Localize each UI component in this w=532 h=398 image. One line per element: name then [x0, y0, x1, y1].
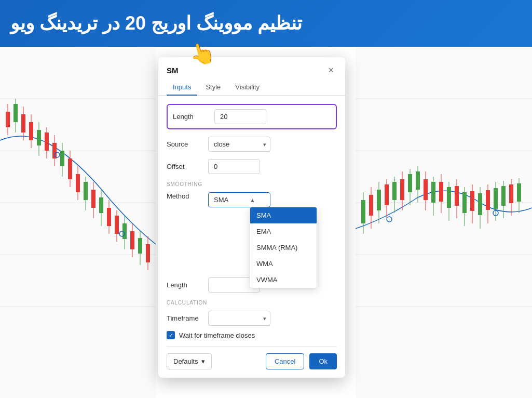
dialog-header: SM ×	[158, 57, 345, 76]
method-label: Method	[167, 192, 208, 200]
svg-rect-67	[424, 179, 428, 200]
svg-rect-38	[130, 231, 134, 249]
defaults-label: Defaults	[173, 357, 198, 365]
svg-rect-8	[13, 104, 18, 122]
dropdown-item-smma[interactable]: SMMA (RMA)	[250, 240, 317, 256]
svg-rect-59	[392, 182, 397, 200]
timeframe-label: Timeframe	[167, 314, 208, 322]
tab-visibility[interactable]: Visibility	[229, 80, 266, 95]
svg-rect-16	[45, 132, 49, 151]
banner-text: تنظیم مووینگ اوریج 20 در تریدینگ ویو	[10, 12, 302, 34]
dropdown-item-wma[interactable]: WMA	[250, 256, 317, 272]
svg-rect-42	[146, 244, 150, 262]
svg-rect-20	[60, 151, 64, 166]
svg-rect-87	[501, 186, 506, 206]
footer-divider	[167, 347, 337, 347]
svg-rect-55	[377, 190, 381, 210]
svg-rect-51	[361, 200, 365, 223]
svg-rect-71	[439, 182, 443, 202]
method-select-container: SMA ▲ SMA EMA SMMA (RMA) WMA	[208, 192, 270, 207]
svg-rect-30	[99, 197, 103, 213]
length-input[interactable]	[214, 109, 266, 124]
svg-rect-12	[29, 122, 33, 140]
svg-rect-26	[84, 182, 88, 200]
source-label: Source	[167, 140, 208, 148]
svg-rect-89	[509, 184, 513, 203]
svg-rect-91	[517, 183, 521, 202]
tab-inputs[interactable]: Inputs	[167, 80, 197, 95]
settings-dialog: 👆 SM × Inputs Style Visibility Length So…	[158, 57, 345, 378]
source-row: Source close open high low hl2 ▾	[167, 137, 337, 152]
svg-rect-28	[91, 190, 96, 208]
chart-right	[356, 47, 532, 398]
svg-rect-83	[486, 190, 490, 210]
dialog-body: Length Source close open high low hl2 ▾ …	[158, 96, 345, 347]
offset-label: Offset	[167, 163, 208, 170]
calculation-section: CALCULATION Timeframe 1m 5m 15m 1h 4h 1D…	[167, 300, 337, 339]
method-row: Method SMA ▲ SMA EMA SMMA (RMA)	[167, 192, 337, 207]
method-dropdown: SMA EMA SMMA (RMA) WMA VWMA	[250, 207, 317, 288]
footer-buttons: Cancel Ok	[266, 353, 337, 369]
timeframe-row: Timeframe 1m 5m 15m 1h 4h 1D ▾	[167, 311, 337, 326]
method-selected-value: SMA	[214, 196, 228, 204]
svg-rect-75	[455, 186, 459, 206]
svg-rect-22	[68, 158, 72, 179]
dropdown-item-vwma[interactable]: VWMA	[250, 272, 317, 288]
dialog-footer: Defaults ▾ Cancel Ok	[158, 353, 345, 369]
svg-rect-40	[138, 238, 142, 254]
method-chevron-up-icon: ▲	[250, 197, 255, 203]
method-select-active[interactable]: SMA ▲	[208, 192, 270, 207]
tab-style[interactable]: Style	[199, 80, 227, 95]
dialog-title: SM	[167, 66, 179, 75]
timeframe-select-wrapper: 1m 5m 15m 1h 4h 1D ▾	[208, 311, 270, 326]
svg-rect-24	[76, 174, 80, 192]
svg-rect-63	[408, 174, 412, 192]
wait-timeframe-checkbox[interactable]: ✓	[167, 331, 175, 339]
svg-rect-57	[385, 184, 389, 205]
wait-timeframe-label: Wait for timeframe closes	[179, 331, 255, 339]
offset-input[interactable]	[208, 159, 260, 174]
svg-rect-10	[21, 114, 25, 132]
dropdown-item-sma[interactable]: SMA	[250, 207, 317, 223]
timeframe-select[interactable]: 1m 5m 15m 1h 4h 1D	[208, 311, 270, 326]
smoothing-length-label: Length	[167, 281, 208, 289]
svg-rect-73	[447, 187, 451, 208]
wait-timeframe-row: ✓ Wait for timeframe closes	[167, 331, 337, 339]
source-select[interactable]: close open high low hl2	[208, 137, 270, 152]
calculation-section-label: CALCULATION	[167, 300, 337, 306]
svg-rect-6	[6, 112, 10, 127]
svg-rect-85	[494, 188, 498, 209]
svg-rect-69	[431, 182, 435, 203]
svg-rect-65	[416, 171, 420, 190]
ok-button[interactable]: Ok	[309, 353, 337, 369]
svg-rect-53	[369, 195, 373, 216]
chart-left	[0, 47, 156, 398]
svg-point-92	[387, 217, 392, 222]
cancel-button[interactable]: Cancel	[266, 353, 304, 369]
dropdown-item-ema[interactable]: EMA	[250, 223, 317, 240]
close-button[interactable]: ×	[325, 64, 337, 76]
svg-rect-34	[115, 216, 119, 234]
svg-rect-32	[107, 208, 111, 226]
defaults-chevron-icon: ▾	[201, 357, 205, 365]
svg-rect-79	[470, 191, 474, 211]
defaults-button[interactable]: Defaults ▾	[167, 353, 212, 369]
length-row-highlighted: Length	[167, 104, 337, 129]
svg-rect-81	[478, 193, 482, 215]
tabs-container: Inputs Style Visibility	[158, 76, 345, 96]
svg-rect-77	[462, 192, 467, 213]
svg-rect-61	[400, 179, 404, 200]
smoothing-section-label: SMOOTHING	[167, 181, 337, 187]
checkmark-icon: ✓	[169, 333, 173, 338]
top-banner: تنظیم مووینگ اوریج 20 در تریدینگ ویو	[0, 0, 532, 47]
svg-rect-14	[37, 130, 41, 145]
length-label: Length	[173, 113, 214, 121]
offset-row: Offset	[167, 159, 337, 174]
source-select-wrapper: close open high low hl2 ▾	[208, 137, 270, 152]
